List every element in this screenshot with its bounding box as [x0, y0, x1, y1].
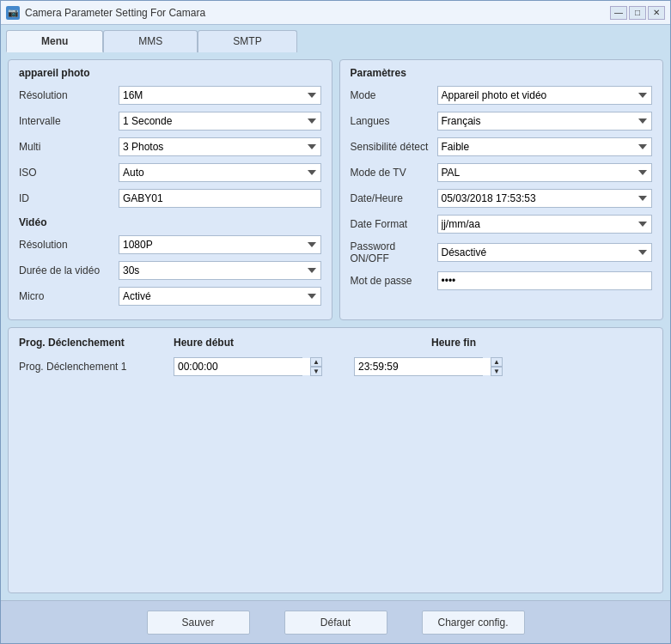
video-resolution-select[interactable]: 1080P 720P	[119, 235, 321, 254]
iso-select[interactable]: Auto 100	[119, 163, 321, 182]
intervalle-label: Intervalle	[19, 115, 113, 127]
heure-debut-down-button[interactable]: ▼	[310, 367, 322, 376]
mot-de-passe-label: Mot de passe	[351, 275, 432, 287]
top-panels: appareil photo Résolution 16M 8M 5M Inte…	[8, 59, 663, 320]
prog-header: Prog. Déclenchement Heure début Heure fi…	[19, 337, 652, 349]
date-format-label: Date Format	[351, 218, 432, 230]
heure-fin-spinners: ▲ ▼	[491, 357, 503, 376]
save-button[interactable]: Sauver	[147, 611, 250, 635]
minimize-button[interactable]: —	[610, 6, 627, 20]
heure-debut-wrapper: ▲ ▼	[174, 357, 302, 376]
video-title: Vidéo	[19, 216, 321, 228]
heure-fin-up-button[interactable]: ▲	[491, 357, 503, 367]
app-icon: 📷	[6, 6, 20, 20]
prog-panel: Prog. Déclenchement Heure début Heure fi…	[8, 327, 663, 593]
mot-de-passe-row: Mot de passe	[351, 271, 653, 290]
heure-debut-input[interactable]	[174, 358, 310, 375]
tab-bar: Menu MMS SMTP	[1, 25, 670, 52]
video-resolution-label: Résolution	[19, 239, 113, 251]
prog-title: Prog. Déclenchement	[19, 337, 156, 349]
sensibilite-select[interactable]: Faible Normale	[437, 137, 653, 156]
multi-label: Multi	[19, 141, 113, 153]
appareil-photo-title: appareil photo	[19, 67, 321, 79]
iso-label: ISO	[19, 167, 113, 179]
main-window: 📷 Camera Parameter Setting For Camara — …	[0, 0, 671, 644]
load-config-button[interactable]: Charger config.	[422, 611, 525, 635]
window-controls: — □ ✕	[610, 6, 665, 20]
id-row: ID	[19, 189, 321, 208]
right-panel: Paramètres Mode Appareil photo et vidéo …	[339, 59, 664, 320]
window-title: Camera Parameter Setting For Camara	[25, 7, 605, 19]
password-onoff-label: Password ON/OFF	[351, 240, 432, 264]
micro-label: Micro	[19, 290, 113, 302]
heure-debut-spinners: ▲ ▼	[310, 357, 322, 376]
sensibilite-label: Sensibilité détect	[351, 141, 432, 153]
mode-label: Mode	[351, 89, 432, 101]
date-format-select[interactable]: jj/mm/aa mm/jj/aa	[437, 215, 653, 234]
multi-row: Multi 3 Photos 1 Photo	[19, 137, 321, 156]
intervalle-select[interactable]: 1 Seconde 5 Secondes	[119, 112, 321, 131]
mot-de-passe-input[interactable]	[437, 271, 653, 290]
tv-mode-row: Mode de TV PAL NTSC	[351, 163, 653, 182]
password-onoff-select[interactable]: Désactivé Activé	[437, 243, 653, 262]
tab-smtp[interactable]: SMTP	[198, 30, 296, 52]
maximize-button[interactable]: □	[629, 6, 646, 20]
resolution-row: Résolution 16M 8M 5M	[19, 86, 321, 105]
iso-row: ISO Auto 100	[19, 163, 321, 182]
duree-select[interactable]: 30s 10s	[119, 261, 321, 280]
id-label: ID	[19, 192, 113, 204]
left-panel: appareil photo Résolution 16M 8M 5M Inte…	[8, 59, 332, 320]
default-button[interactable]: Défaut	[284, 611, 387, 635]
date-format-row: Date Format jj/mm/aa mm/jj/aa	[351, 215, 653, 234]
micro-row: Micro Activé Désactivé	[19, 287, 321, 306]
tab-mms[interactable]: MMS	[103, 30, 198, 52]
resolution-label: Résolution	[19, 89, 113, 101]
heure-fin-wrapper: ▲ ▼	[354, 357, 483, 376]
langues-row: Langues Français English	[351, 112, 653, 131]
duree-row: Durée de la vidéo 30s 10s	[19, 261, 321, 280]
close-button[interactable]: ✕	[648, 6, 665, 20]
heure-fin-down-button[interactable]: ▼	[491, 367, 503, 376]
id-input[interactable]	[119, 189, 321, 208]
title-bar: 📷 Camera Parameter Setting For Camara — …	[1, 1, 670, 25]
video-resolution-row: Résolution 1080P 720P	[19, 235, 321, 254]
multi-select[interactable]: 3 Photos 1 Photo	[119, 137, 321, 156]
prog-row-1: Prog. Déclenchement 1 ▲ ▼ ▲ ▼	[19, 357, 652, 376]
tv-mode-select[interactable]: PAL NTSC	[437, 163, 653, 182]
heure-fin-col-label: Heure fin	[431, 337, 476, 349]
mode-select[interactable]: Appareil photo et vidéo Photo seule	[437, 86, 653, 105]
heure-fin-input[interactable]	[355, 358, 491, 375]
date-heure-label: Date/Heure	[351, 192, 432, 204]
prog-row-label: Prog. Déclenchement 1	[19, 361, 156, 373]
date-heure-row: Date/Heure 05/03/2018 17:53:53	[351, 189, 653, 208]
main-content: appareil photo Résolution 16M 8M 5M Inte…	[1, 52, 670, 600]
duree-label: Durée de la vidéo	[19, 264, 113, 276]
tab-menu[interactable]: Menu	[6, 30, 103, 52]
tv-mode-label: Mode de TV	[351, 167, 432, 179]
heure-debut-col-label: Heure début	[174, 337, 345, 349]
parametres-title: Paramètres	[351, 67, 653, 79]
date-heure-select[interactable]: 05/03/2018 17:53:53	[437, 189, 653, 208]
sensibilite-row: Sensibilité détect Faible Normale	[351, 137, 653, 156]
langues-select[interactable]: Français English	[437, 112, 653, 131]
password-onoff-row: Password ON/OFF Désactivé Activé	[351, 240, 653, 264]
micro-select[interactable]: Activé Désactivé	[119, 287, 321, 306]
footer: Sauver Défaut Charger config.	[1, 600, 670, 643]
resolution-select[interactable]: 16M 8M 5M	[119, 86, 321, 105]
langues-label: Langues	[351, 115, 432, 127]
heure-debut-up-button[interactable]: ▲	[310, 357, 322, 367]
mode-row: Mode Appareil photo et vidéo Photo seule	[351, 86, 653, 105]
intervalle-row: Intervalle 1 Seconde 5 Secondes	[19, 112, 321, 131]
